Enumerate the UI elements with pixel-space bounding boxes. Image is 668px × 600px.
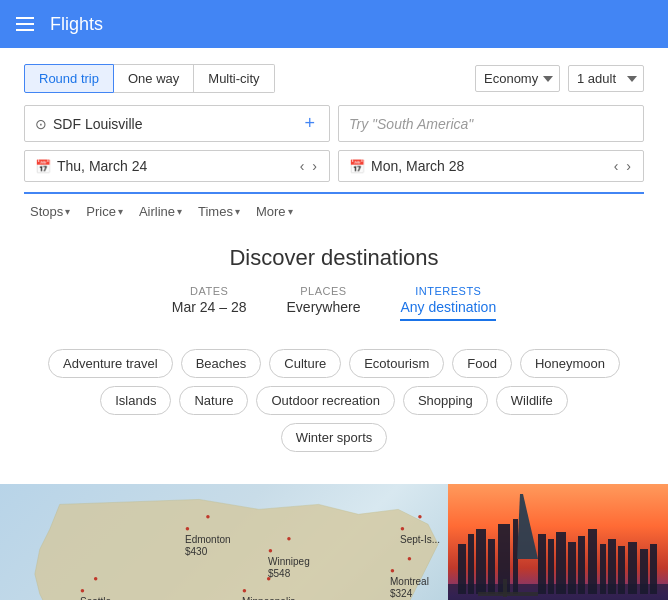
- interest-chips: Adventure travelBeachesCultureEcotourism…: [24, 339, 644, 468]
- map-container[interactable]: ●Edmonton$430●Winnipeg$548●Sept-Is...●Se…: [0, 484, 448, 600]
- return-date-nav: ‹ ›: [612, 158, 633, 174]
- depart-calendar-icon: 📅: [35, 159, 51, 174]
- map-destination-edmonton[interactable]: ●Edmonton$430: [185, 512, 231, 558]
- discover-tabs: DATES Mar 24 – 28 PLACES Everywhere INTE…: [24, 285, 644, 327]
- map-destination-seattle[interactable]: ●Seattle$540: [80, 574, 111, 600]
- svg-rect-13: [578, 536, 585, 594]
- passengers-select[interactable]: 1 adult 2 adults: [568, 65, 644, 92]
- interest-chip-shopping[interactable]: Shopping: [403, 386, 488, 415]
- svg-rect-20: [650, 544, 657, 594]
- depart-prev-button[interactable]: ‹: [298, 158, 307, 174]
- add-destination-button[interactable]: +: [300, 113, 319, 134]
- svg-rect-9: [538, 534, 546, 594]
- svg-rect-21: [478, 592, 538, 596]
- svg-rect-10: [548, 539, 554, 594]
- origin-field[interactable]: ⊙ +: [24, 105, 330, 142]
- svg-rect-19: [640, 549, 648, 594]
- destination-field[interactable]: [338, 105, 644, 142]
- trip-type-buttons: Round trip One way Multi-city: [24, 64, 275, 93]
- app-header: Flights: [0, 0, 668, 48]
- svg-rect-11: [556, 532, 566, 594]
- interest-chip-beaches[interactable]: Beaches: [181, 349, 262, 378]
- discover-section: Discover destinations DATES Mar 24 – 28 …: [24, 229, 644, 468]
- svg-rect-12: [568, 542, 576, 594]
- map-destination-minneapolis[interactable]: ●Minneapolis$335: [242, 574, 295, 600]
- dates-tab[interactable]: DATES Mar 24 – 28: [172, 285, 247, 327]
- interest-chip-honeymoon[interactable]: Honeymoon: [520, 349, 620, 378]
- interest-chip-culture[interactable]: Culture: [269, 349, 341, 378]
- places-tab-value: Everywhere: [287, 299, 361, 315]
- return-date-text: Mon, March 28: [371, 158, 606, 174]
- svg-rect-22: [503, 579, 507, 597]
- dates-tab-value: Mar 24 – 28: [172, 299, 247, 315]
- places-tab[interactable]: PLACES Everywhere: [287, 285, 361, 327]
- date-row: 📅 Thu, March 24 ‹ › 📅 Mon, March 28 ‹ ›: [24, 150, 644, 182]
- interest-chip-winter-sports[interactable]: Winter sports: [281, 423, 388, 452]
- return-prev-button[interactable]: ‹: [612, 158, 621, 174]
- map-section: ●Edmonton$430●Winnipeg$548●Sept-Is...●Se…: [0, 484, 668, 600]
- origin-input[interactable]: [53, 116, 294, 132]
- depart-date-nav: ‹ ›: [298, 158, 319, 174]
- map-destination-winnipeg[interactable]: ●Winnipeg$548: [268, 534, 310, 580]
- svg-rect-14: [588, 529, 597, 594]
- svg-rect-17: [618, 546, 625, 594]
- svg-rect-5: [488, 539, 495, 594]
- menu-icon[interactable]: [16, 17, 34, 31]
- depart-date-text: Thu, March 24: [57, 158, 292, 174]
- one-way-button[interactable]: One way: [114, 64, 194, 93]
- stops-filter[interactable]: Stops ▾: [24, 200, 76, 223]
- svg-rect-2: [458, 544, 466, 594]
- return-next-button[interactable]: ›: [624, 158, 633, 174]
- interest-chip-food[interactable]: Food: [452, 349, 512, 378]
- interest-chip-adventure-travel[interactable]: Adventure travel: [48, 349, 173, 378]
- interest-chip-ecotourism[interactable]: Ecotourism: [349, 349, 444, 378]
- svg-rect-16: [608, 539, 616, 594]
- places-tab-label: PLACES: [287, 285, 361, 297]
- interest-chip-islands[interactable]: Islands: [100, 386, 171, 415]
- airline-filter[interactable]: Airline ▾: [133, 200, 188, 223]
- more-filter[interactable]: More ▾: [250, 200, 299, 223]
- svg-rect-4: [476, 529, 486, 594]
- svg-rect-18: [628, 542, 637, 594]
- trip-type-row: Round trip One way Multi-city Economy Bu…: [24, 64, 644, 93]
- interest-chip-wildlife[interactable]: Wildlife: [496, 386, 568, 415]
- price-filter[interactable]: Price ▾: [80, 200, 129, 223]
- dates-tab-label: DATES: [172, 285, 247, 297]
- interests-tab-label: INTERESTS: [400, 285, 496, 297]
- svg-rect-15: [600, 544, 606, 594]
- depart-date-field[interactable]: 📅 Thu, March 24 ‹ ›: [24, 150, 330, 182]
- depart-next-button[interactable]: ›: [310, 158, 319, 174]
- interests-tab[interactable]: INTERESTS Any destination: [400, 285, 496, 327]
- card-image: [448, 484, 668, 600]
- round-trip-button[interactable]: Round trip: [24, 64, 114, 93]
- return-date-field[interactable]: 📅 Mon, March 28 ‹ ›: [338, 150, 644, 182]
- times-filter[interactable]: Times ▾: [192, 200, 246, 223]
- svg-rect-3: [468, 534, 474, 594]
- cabin-class-select[interactable]: Economy Business First: [475, 65, 560, 92]
- app-title: Flights: [50, 14, 103, 35]
- origin-location-icon: ⊙: [35, 116, 47, 132]
- interest-chip-outdoor-recreation[interactable]: Outdoor recreation: [256, 386, 394, 415]
- map-destination-montreal[interactable]: ●Montreal$324: [390, 554, 429, 600]
- multi-city-button[interactable]: Multi-city: [194, 64, 274, 93]
- destination-input[interactable]: [349, 116, 633, 132]
- interest-chip-nature[interactable]: Nature: [179, 386, 248, 415]
- discover-title: Discover destinations: [24, 245, 644, 271]
- featured-destination-card[interactable]: New York Fashion · Art · Museums Shoppin…: [448, 484, 668, 600]
- interests-tab-value: Any destination: [400, 299, 496, 321]
- return-calendar-icon: 📅: [349, 159, 365, 174]
- main-content: Round trip One way Multi-city Economy Bu…: [0, 48, 668, 484]
- filter-row: Stops ▾ Price ▾ Airline ▾ Times ▾ More ▾: [24, 192, 644, 229]
- map-destination-septis[interactable]: ●Sept-Is...: [400, 512, 440, 546]
- right-controls: Economy Business First 1 adult 2 adults: [475, 65, 644, 92]
- origin-destination-row: ⊙ +: [24, 105, 644, 142]
